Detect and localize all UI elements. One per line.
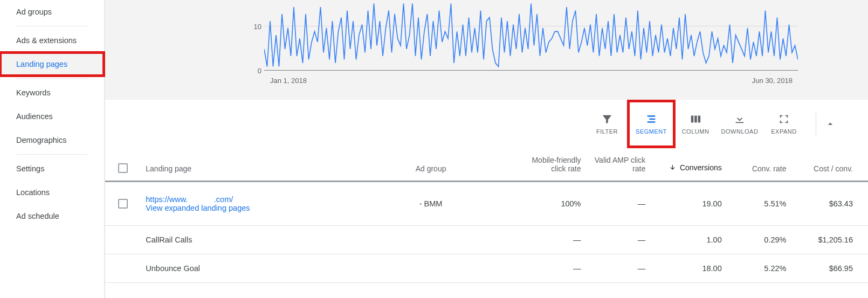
header-conversions-label: Conversions	[680, 163, 722, 172]
chart-x-tick-start: Jan 1, 2018	[270, 77, 307, 85]
segment-icon	[644, 113, 658, 125]
table-toolbar: FILTER SEGMENT COLUMN DOWNLOAD	[105, 100, 868, 148]
cell-conv-rate: 0.29%	[727, 226, 792, 254]
svg-rect-2	[698, 116, 701, 123]
column-icon	[688, 113, 702, 125]
column-button[interactable]: COLUMN	[673, 105, 718, 143]
download-icon	[733, 113, 747, 125]
cell-mobile-rate: —	[522, 254, 587, 283]
filter-icon	[600, 113, 614, 125]
nav-separator	[16, 78, 88, 79]
cell-conversions: 19.00	[651, 182, 727, 226]
header-amp-rate[interactable]: Valid AMP click rate	[587, 148, 651, 182]
cell-conversions: 18.00	[651, 254, 727, 283]
row-checkbox[interactable]	[118, 199, 128, 209]
chart-axis-x	[264, 70, 798, 71]
nav-audiences[interactable]: Audiences	[0, 105, 104, 128]
nav-separator	[16, 154, 88, 155]
cell-conv-rate: 5.22%	[727, 254, 792, 283]
segment-button[interactable]: SEGMENT	[629, 105, 673, 143]
column-label: COLUMN	[682, 128, 709, 135]
nav-ads-extensions[interactable]: Ads & extensions	[0, 29, 104, 52]
segment-row-label: CallRail Calls	[140, 226, 340, 254]
cell-amp-rate: —	[587, 182, 651, 226]
nav-ad-schedule[interactable]: Ad schedule	[0, 204, 104, 228]
cell-cost-conv: $1,205.16	[791, 226, 868, 254]
header-conversions[interactable]: Conversions	[651, 148, 727, 182]
cell-conv-rate: 5.51%	[727, 182, 792, 226]
chart-y-tick: 10	[244, 23, 261, 31]
cell-mobile-rate: 100%	[522, 182, 587, 226]
header-ad-group[interactable]: Ad group	[340, 148, 521, 182]
nav-separator	[16, 26, 88, 26]
segment-row-label: Unbounce Goal	[140, 254, 340, 283]
expand-label: EXPAND	[771, 128, 796, 135]
sort-descending-icon	[669, 164, 677, 173]
cell-cost-conv: $63.43	[791, 182, 868, 226]
svg-rect-1	[694, 116, 697, 123]
table-row[interactable]: Unbounce Goal — — 18.00 5.22% $66.95	[105, 254, 868, 283]
view-expanded-link[interactable]: View expanded landing pages	[146, 204, 250, 212]
toolbar-separator	[816, 113, 816, 135]
nav-keywords[interactable]: Keywords	[0, 81, 104, 105]
svg-rect-0	[691, 116, 694, 123]
main-content: 10 0 Jan 1, 2018 Jun 30, 2018 FILTER	[105, 0, 868, 298]
time-series-chart: 10 0 Jan 1, 2018 Jun 30, 2018	[105, 0, 868, 100]
nav-settings[interactable]: Settings	[0, 157, 104, 181]
segment-label: SEGMENT	[636, 128, 667, 135]
cell-mobile-rate: —	[522, 226, 587, 254]
landing-page-url[interactable]: https://www. .com/	[146, 195, 233, 204]
header-mobile-rate[interactable]: Mobile-friendly click rate	[522, 148, 587, 182]
collapse-chart-button[interactable]	[819, 113, 841, 135]
cell-ad-group: - BMM	[340, 182, 521, 226]
filter-button[interactable]: FILTER	[585, 105, 629, 143]
filter-label: FILTER	[596, 128, 618, 135]
table-row[interactable]: https://www. .com/ View expanded landing…	[105, 182, 868, 226]
chart-x-tick-end: Jun 30, 2018	[752, 77, 793, 85]
sidebar: Ad groups Ads & extensions Landing pages…	[0, 0, 105, 298]
cell-cost-conv: $66.95	[791, 254, 868, 283]
landing-pages-table: Landing page Ad group Mobile-friendly cl…	[105, 148, 868, 283]
download-label: DOWNLOAD	[721, 128, 759, 135]
header-conv-rate[interactable]: Conv. rate	[727, 148, 792, 182]
chart-plot-area	[264, 0, 798, 70]
chart-y-tick: 0	[244, 67, 261, 75]
cell-amp-rate: —	[587, 254, 651, 283]
nav-locations[interactable]: Locations	[0, 181, 104, 204]
expand-icon	[777, 113, 791, 125]
nav-ad-groups[interactable]: Ad groups	[0, 0, 104, 24]
header-checkbox-cell	[105, 148, 140, 182]
expand-button[interactable]: EXPAND	[762, 105, 806, 143]
nav-landing-pages[interactable]: Landing pages	[0, 52, 104, 76]
download-button[interactable]: DOWNLOAD	[718, 105, 762, 143]
header-cost-conv[interactable]: Cost / conv.	[791, 148, 868, 182]
table-header-row: Landing page Ad group Mobile-friendly cl…	[105, 148, 868, 182]
nav-demographics[interactable]: Demographics	[0, 128, 104, 152]
table-row[interactable]: CallRail Calls — — 1.00 0.29% $1,205.16	[105, 226, 868, 254]
cell-amp-rate: —	[587, 226, 651, 254]
header-landing-page[interactable]: Landing page	[140, 148, 340, 182]
cell-conversions: 1.00	[651, 226, 727, 254]
select-all-checkbox[interactable]	[118, 163, 128, 173]
